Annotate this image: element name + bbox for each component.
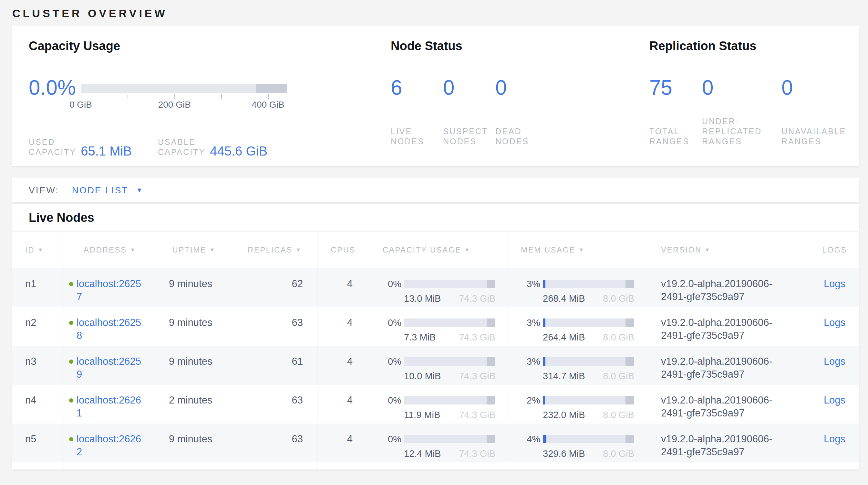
sort-icon: ▼ [705, 247, 711, 253]
sort-icon: ▼ [579, 247, 585, 253]
column-header-id[interactable]: ID▼ [12, 231, 64, 268]
node-version-cell: v19.2.0-alpha.20190606-2491-gfe735c9a97 [648, 424, 810, 462]
live-nodes-value: 6 [391, 77, 443, 98]
table-row-partial [12, 462, 859, 469]
logs-link[interactable]: Logs [824, 395, 845, 406]
used-capacity-stat: USED CAPACITY 65.1 MiB [29, 137, 158, 157]
capacity-total-value: 74.3 GiB [459, 292, 495, 305]
sort-icon: ▼ [210, 247, 215, 253]
mem-used-value: 314.7 MiB [543, 370, 585, 382]
node-uptime-cell: 2 minutes [156, 385, 232, 424]
view-selector-dropdown[interactable]: NODE LIST ▼ [72, 185, 144, 196]
gauge-tick [221, 94, 222, 99]
mem-percent-label: 2% [510, 394, 540, 407]
unavailable-ranges-value: 0 [781, 77, 846, 98]
mem-usage-fill [543, 280, 546, 288]
capacity-gauge-reserved-segment [256, 84, 287, 93]
node-cpus-cell: 4 [317, 385, 369, 424]
node-replicas-cell: 61 [232, 346, 317, 385]
live-nodes-panel: Live Nodes ID▼ ADDRESS▼ UPTIME▼ REPLICAS… [12, 204, 859, 469]
node-mem-usage-cell: 2% 232.0 MiB 8.0 GiB [507, 385, 648, 424]
node-uptime-cell: 9 minutes [156, 424, 232, 462]
node-logs-cell: Logs [810, 424, 859, 462]
mem-used-value: 264.4 MiB [543, 331, 585, 344]
unavailable-ranges-label: UNAVAILABLERANGES [781, 126, 846, 146]
column-header-version[interactable]: VERSION▼ [648, 231, 810, 268]
node-logs-cell: Logs [810, 268, 859, 307]
mem-percent-label: 3% [510, 316, 540, 329]
table-row: n2 localhost:26258 9 minutes 63 4 0% 7.3… [12, 307, 859, 346]
node-status-heading: Node Status [391, 38, 649, 53]
mem-usage-fill [543, 318, 546, 327]
gauge-tick-label: 0 GiB [69, 99, 92, 110]
mem-reserved-segment [625, 318, 634, 327]
logs-link[interactable]: Logs [824, 433, 845, 445]
node-address-link[interactable]: localhost:26262 [76, 433, 141, 458]
sort-icon: ▼ [465, 247, 470, 253]
node-version-cell: v19.2.0-alpha.20190606-2491-gfe735c9a97 [648, 385, 810, 424]
mem-reserved-segment [625, 280, 634, 288]
node-address-cell: localhost:26262 [64, 424, 156, 462]
column-header-uptime[interactable]: UPTIME▼ [156, 231, 232, 268]
capacity-total-value: 74.3 GiB [459, 370, 495, 382]
node-id-cell: n1 [12, 268, 64, 307]
column-header-capacity-usage[interactable]: CAPACITY USAGE▼ [369, 231, 507, 268]
mem-used-value: 329.6 MiB [543, 447, 585, 460]
usable-capacity-stat: USABLE CAPACITY 445.6 GiB [158, 137, 268, 157]
capacity-gauge: 0 GiB200 GiB400 GiB [81, 84, 287, 109]
node-replicas-cell: 63 [232, 385, 317, 424]
column-header-address[interactable]: ADDRESS▼ [64, 231, 156, 268]
node-uptime-cell: 9 minutes [156, 268, 232, 307]
dead-nodes-stat: 0 DEADNODES [495, 77, 529, 146]
node-address-link[interactable]: localhost:26261 [76, 394, 141, 420]
node-version-cell: v19.2.0-alpha.20190606-2491-gfe735c9a97 [648, 307, 810, 346]
node-address-link[interactable]: localhost:26259 [76, 355, 141, 381]
mem-total-value: 8.0 GiB [603, 370, 634, 382]
capacity-used-value: 10.0 MiB [404, 370, 441, 382]
gauge-tick-label: 400 GiB [252, 99, 284, 110]
view-bar: VIEW: NODE LIST ▼ [12, 178, 859, 202]
node-capacity-usage-cell: 0% 12.4 MiB 74.3 GiB [369, 424, 507, 462]
mem-reserved-segment [625, 435, 634, 443]
column-header-mem-usage[interactable]: MEM USAGE▼ [507, 231, 648, 268]
capacity-percent-label: 0% [372, 278, 401, 290]
node-capacity-usage-cell: 0% 13.0 MiB 74.3 GiB [369, 268, 507, 307]
total-ranges-value: 75 [649, 77, 702, 98]
node-address-cell: localhost:26261 [64, 385, 156, 424]
suspect-nodes-label: SUSPECTNODES [443, 126, 488, 146]
live-status-dot-icon [69, 321, 73, 325]
replication-status-section: Replication Status 75 TOTALRANGES 0 UNDE… [649, 38, 846, 166]
mem-usage-bar [543, 280, 634, 288]
node-version-cell: v19.2.0-alpha.20190606-2491-gfe735c9a97 [648, 346, 810, 385]
capacity-usage-heading: Capacity Usage [29, 38, 391, 53]
dead-nodes-value: 0 [495, 77, 529, 98]
node-mem-usage-cell: 3% 264.4 MiB 8.0 GiB [507, 307, 648, 346]
node-address-link[interactable]: localhost:26257 [76, 278, 141, 303]
mem-total-value: 8.0 GiB [603, 408, 634, 421]
sort-icon: ▼ [296, 247, 302, 253]
mem-percent-label: 3% [510, 355, 540, 368]
capacity-usage-bar [404, 396, 495, 404]
capacity-usage-bar [404, 280, 495, 288]
usable-capacity-value: 445.6 GiB [210, 145, 268, 158]
mem-used-value: 232.0 MiB [543, 408, 585, 421]
mem-usage-bar [543, 396, 634, 404]
node-address-link[interactable]: localhost:26258 [76, 316, 141, 342]
live-nodes-heading: Live Nodes [12, 204, 859, 231]
mem-used-value: 268.4 MiB [543, 292, 585, 305]
capacity-used-value: 13.0 MiB [404, 292, 441, 305]
logs-link[interactable]: Logs [824, 317, 845, 328]
capacity-gauge-labels: 0 GiB200 GiB400 GiB [81, 99, 287, 109]
under-replicated-ranges-stat: 0 UNDER-REPLICATEDRANGES [702, 77, 781, 146]
logs-link[interactable]: Logs [824, 356, 845, 367]
capacity-usage-section: Capacity Usage 0.0% 0 GiB200 GiB400 GiB … [29, 38, 391, 166]
used-capacity-label: USED CAPACITY [29, 137, 76, 157]
logs-link[interactable]: Logs [824, 278, 845, 289]
capacity-percent-label: 0% [372, 394, 401, 407]
mem-percent-label: 4% [510, 433, 540, 446]
node-version-cell: v19.2.0-alpha.20190606-2491-gfe735c9a97 [648, 268, 810, 307]
node-logs-cell: Logs [810, 385, 859, 424]
capacity-gauge-bar [81, 84, 287, 93]
view-label: VIEW: [29, 185, 59, 196]
column-header-replicas[interactable]: REPLICAS▼ [232, 231, 317, 268]
